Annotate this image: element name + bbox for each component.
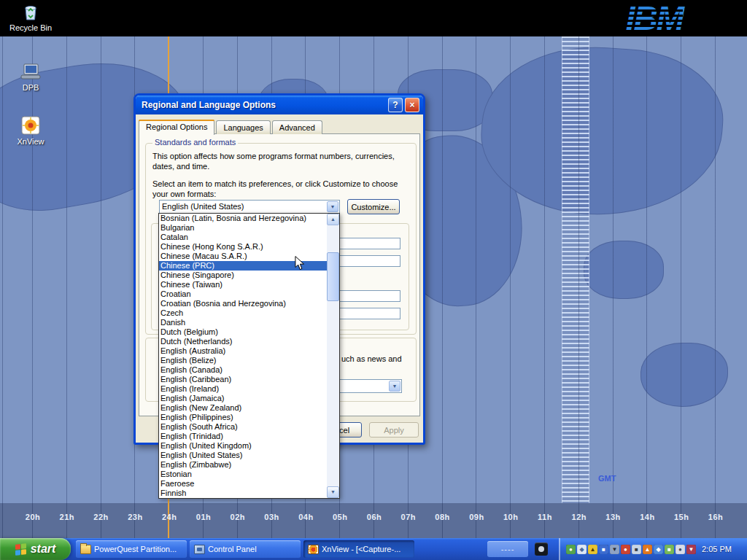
apply-button[interactable]: Apply bbox=[369, 422, 419, 438]
language-option[interactable]: English (United States) bbox=[159, 451, 327, 460]
desktop-icon-dpb[interactable]: DPB bbox=[7, 63, 54, 92]
tab-regional-options[interactable]: Regional Options bbox=[139, 120, 214, 135]
language-option[interactable]: English (Australia) bbox=[159, 346, 327, 356]
tray-icon[interactable]: ▲ bbox=[588, 545, 597, 554]
tab-advanced[interactable]: Advanced bbox=[272, 120, 322, 134]
tray-icon[interactable]: ● bbox=[676, 545, 685, 554]
tray-icon[interactable]: ▼ bbox=[686, 545, 696, 554]
language-option[interactable]: Chinese (Taiwan) bbox=[159, 280, 327, 289]
tray-icon[interactable]: ▼ bbox=[610, 545, 619, 554]
dropdown-scrollbar[interactable]: ▲ ▼ bbox=[327, 214, 339, 498]
hour-labels: 20h21h22h23h24h01h02h03h04h05h06h07h08h0… bbox=[0, 513, 747, 527]
format-combobox[interactable]: English (United States) ▼ bbox=[159, 200, 340, 214]
hour-label: 07h bbox=[401, 513, 416, 521]
taskbar: start PowerQuest Partition...Control Pan… bbox=[0, 538, 747, 560]
taskbar-tasks: PowerQuest Partition...Control PanelXnVi… bbox=[76, 540, 414, 558]
language-option[interactable]: Bulgarian bbox=[159, 223, 327, 233]
folder-icon bbox=[80, 545, 91, 554]
language-option[interactable]: English (United Kingdom) bbox=[159, 441, 327, 451]
language-option[interactable]: Catalan bbox=[159, 233, 327, 242]
language-option[interactable]: Dutch (Belgium) bbox=[159, 327, 327, 337]
tray-icon[interactable]: ■ bbox=[599, 545, 608, 554]
hour-label: 21h bbox=[60, 513, 74, 521]
mouse-cursor bbox=[295, 256, 305, 271]
tray-icon[interactable]: ■ bbox=[665, 545, 674, 554]
close-button[interactable]: × bbox=[405, 98, 419, 112]
scroll-up-icon[interactable]: ▲ bbox=[327, 214, 339, 225]
icon-label: DPB bbox=[7, 83, 54, 92]
language-option[interactable]: Bosnian (Latin, Bosnia and Herzegovina) bbox=[159, 214, 327, 223]
language-option[interactable]: Faeroese bbox=[159, 479, 327, 489]
tray-icon[interactable]: ■ bbox=[632, 545, 641, 554]
standards-description: This option affects how some programs fo… bbox=[152, 151, 406, 171]
tray-icons: ●◆▲■▼●■▲◆■●▼ bbox=[566, 545, 696, 554]
task-label: Control Panel bbox=[208, 545, 257, 553]
location-combobox-arrow-icon[interactable]: ▼ bbox=[389, 381, 400, 392]
language-option[interactable]: English (New Zealand) bbox=[159, 403, 327, 413]
language-option[interactable]: English (Caribbean) bbox=[159, 375, 327, 384]
hour-label: 01h bbox=[196, 513, 211, 521]
system-tray: ●◆▲■▼●■▲◆■●▼ 2:05 PM bbox=[559, 538, 747, 560]
desktop-icon-xnview[interactable]: XnView bbox=[7, 115, 54, 146]
xnview-icon bbox=[308, 545, 319, 554]
start-button[interactable]: start bbox=[0, 538, 71, 560]
hour-label: 16h bbox=[708, 513, 723, 521]
hour-label: 20h bbox=[26, 513, 40, 521]
standards-instruction: Select an item to match its preferences,… bbox=[152, 179, 409, 199]
language-option[interactable]: Croatian bbox=[159, 289, 327, 299]
language-option[interactable]: Chinese (Hong Kong S.A.R.) bbox=[159, 242, 327, 252]
hour-label: 08h bbox=[435, 513, 449, 521]
language-option[interactable]: Finnish bbox=[159, 489, 327, 498]
language-option[interactable]: English (Philippines) bbox=[159, 413, 327, 422]
language-option[interactable]: English (Trinidad) bbox=[159, 432, 327, 441]
tray-icon[interactable]: ● bbox=[621, 545, 630, 554]
scrollbar-thumb[interactable] bbox=[327, 252, 339, 301]
control-panel-icon bbox=[194, 545, 205, 554]
language-option[interactable]: English (Jamaica) bbox=[159, 394, 327, 403]
tray-icon[interactable]: ◆ bbox=[577, 545, 587, 554]
tray-icon[interactable]: ◆ bbox=[654, 545, 663, 554]
standards-group-caption: Standards and formats bbox=[152, 138, 238, 147]
hour-label: 09h bbox=[469, 513, 484, 521]
taskbar-button[interactable]: PowerQuest Partition... bbox=[76, 540, 187, 558]
language-option[interactable]: English (South Africa) bbox=[159, 422, 327, 432]
help-button[interactable]: ? bbox=[388, 98, 403, 112]
language-option[interactable]: Croatian (Bosnia and Herzegovina) bbox=[159, 299, 327, 308]
ibm-logo-stripes bbox=[626, 1, 683, 35]
clock[interactable]: 2:05 PM bbox=[702, 545, 732, 553]
hour-label: 22h bbox=[93, 513, 108, 521]
taskbar-toolbar-icon[interactable] bbox=[535, 542, 548, 556]
xnview-icon bbox=[20, 115, 41, 136]
hour-label: 24h bbox=[162, 513, 177, 521]
hour-label: 23h bbox=[128, 513, 142, 521]
ibm-logo: IBM bbox=[626, 1, 683, 35]
format-combobox-value: English (United States) bbox=[162, 202, 244, 211]
hour-label: 14h bbox=[640, 513, 654, 521]
language-option[interactable]: English (Canada) bbox=[159, 365, 327, 375]
scroll-down-icon[interactable]: ▼ bbox=[327, 486, 339, 498]
tray-icon[interactable]: ● bbox=[566, 545, 576, 554]
hour-label: 15h bbox=[674, 513, 689, 521]
taskbar-button[interactable]: Control Panel bbox=[190, 540, 301, 558]
language-option[interactable]: Chinese (Singapore) bbox=[159, 271, 327, 280]
tab-strip: Regional OptionsLanguagesAdvanced bbox=[139, 117, 324, 134]
language-option[interactable]: Danish bbox=[159, 318, 327, 327]
location-text-fragment: uch as news and bbox=[341, 354, 402, 364]
language-option[interactable]: Czech bbox=[159, 308, 327, 318]
laptop-icon bbox=[19, 63, 42, 82]
combobox-dropdown-arrow-icon[interactable]: ▼ bbox=[327, 201, 338, 212]
language-option[interactable]: English (Ireland) bbox=[159, 384, 327, 394]
hour-label: 10h bbox=[503, 513, 518, 521]
hour-label: 11h bbox=[538, 513, 552, 521]
language-option[interactable]: Estonian bbox=[159, 470, 327, 479]
language-option[interactable]: English (Belize) bbox=[159, 356, 327, 365]
dialog-titlebar[interactable]: Regional and Language Options ? × bbox=[136, 96, 423, 114]
language-option[interactable]: Dutch (Netherlands) bbox=[159, 337, 327, 346]
tray-icon[interactable]: ▲ bbox=[643, 545, 652, 554]
language-option[interactable]: English (Zimbabwe) bbox=[159, 460, 327, 470]
tab-languages[interactable]: Languages bbox=[216, 120, 270, 134]
taskbar-button[interactable]: XnView - [<Capture-... bbox=[303, 540, 414, 558]
customize-button[interactable]: Customize... bbox=[347, 199, 400, 214]
taskbar-deskband[interactable]: ---- bbox=[487, 541, 528, 557]
desktop-icon-recycle-bin[interactable]: Recycle Bin bbox=[7, 1, 54, 32]
